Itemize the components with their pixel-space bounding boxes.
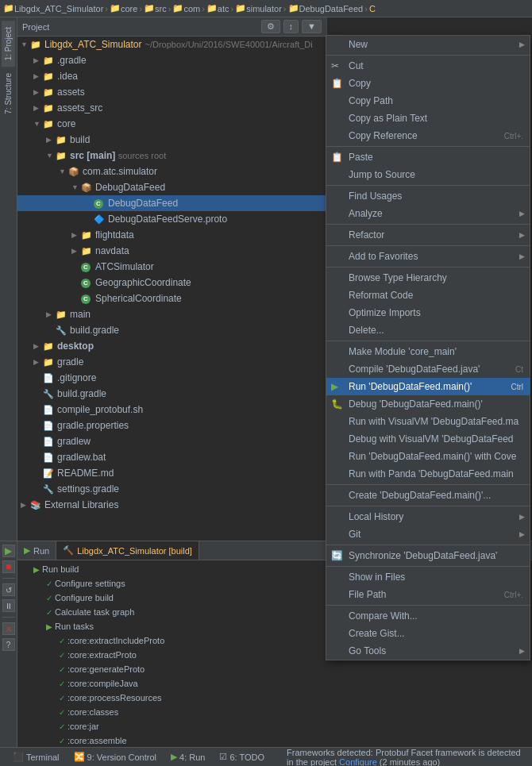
tree-main-dir[interactable]: ▶ 📁 main	[17, 306, 326, 322]
ctx-file-path[interactable]: File Path Ctrl+.	[326, 586, 530, 603]
breadcrumb-debugdatafeed[interactable]: DebugDataFeed	[299, 4, 364, 13]
tree-debugdatafeed-package[interactable]: ▼ 📦 DebugDataFeed	[17, 179, 326, 195]
tree-src-main-dir[interactable]: ▼ 📁 src [main] sources root	[17, 148, 326, 164]
tree-gradle-folder[interactable]: ▶ 📁 gradle	[17, 354, 326, 370]
tree-debugdatafeedserve-proto[interactable]: 🔷 DebugDataFeedServe.proto	[17, 211, 326, 227]
ctx-new[interactable]: New	[326, 36, 530, 53]
tree-debugdatafeed-java[interactable]: C DebugDataFeed	[17, 195, 326, 211]
tree-gradlew-file[interactable]: 📄 gradlew	[17, 433, 326, 449]
tree-core-dir[interactable]: ▼ 📁 core	[17, 116, 326, 132]
tree-root[interactable]: ▼ 📁 Libgdx_ATC_Simulator ~/Dropbox/Uni/2…	[17, 37, 326, 52]
tree-assets-dir[interactable]: ▶ 📁 assets	[17, 84, 326, 100]
panel-more-btn[interactable]: ▼	[302, 20, 322, 33]
tree-gitignore-file[interactable]: 📄 .gitignore	[17, 370, 326, 386]
ctx-paste[interactable]: 📋 Paste	[326, 148, 530, 166]
ctx-compile[interactable]: Compile 'DebugDataFeed.java' Ct	[326, 360, 530, 378]
tree-gradle-properties[interactable]: 📄 gradle.properties	[17, 418, 326, 433]
ctx-add-favorites-label: Add to Favorites	[349, 251, 418, 262]
ctx-delete[interactable]: Delete...	[326, 321, 530, 339]
tree-idea-dir[interactable]: ▶ 📁 .idea	[17, 68, 326, 84]
pause-btn[interactable]: ⏸	[2, 599, 15, 612]
tree-compile-protobuf-sh[interactable]: 📄 compile_protobuf.sh	[17, 402, 326, 418]
tree-readme-md[interactable]: 📝 README.md	[17, 465, 326, 481]
run-btn[interactable]: ▶	[2, 545, 15, 557]
ctx-go-tools[interactable]: Go Tools	[326, 642, 530, 660]
rerun-btn[interactable]: ↺	[2, 583, 15, 596]
help-btn[interactable]: ?	[2, 638, 15, 651]
ctx-show-files[interactable]: Show in Files	[326, 568, 530, 586]
ctx-copy[interactable]: 📋 Copy	[326, 75, 530, 92]
ctx-copy-ref[interactable]: Copy Reference Ctrl+.	[326, 127, 530, 144]
ctx-reformat[interactable]: Reformat Code	[326, 287, 530, 304]
ctx-refactor[interactable]: Refactor	[326, 226, 530, 244]
ctx-jump-source[interactable]: Jump to Source	[326, 166, 530, 183]
ctx-local-history[interactable]: Local History	[326, 508, 530, 525]
tab-build[interactable]: 🔨 Libgdx_ATC_Simulator [build]	[56, 541, 199, 560]
tree-sphericalcoordinate-java[interactable]: C SphericalCoordinate	[17, 291, 326, 306]
ctx-run[interactable]: ▶ Run 'DebugDataFeed.main()' Ctrl	[326, 378, 530, 395]
ctx-debug[interactable]: 🐛 Debug 'DebugDataFeed.main()'	[326, 395, 530, 413]
tree-flightdata-dir[interactable]: ▶ 📁 flightdata	[17, 227, 326, 243]
breadcrumb-atc[interactable]: atc	[218, 4, 229, 13]
ctx-make-module[interactable]: Make Module 'core_main'	[326, 343, 530, 360]
breadcrumb-src[interactable]: src	[155, 4, 167, 13]
stop-btn[interactable]: ■	[2, 560, 15, 573]
breadcrumb: 📁 Libgdx_ATC_Simulator › 📁 core › 📁 src …	[0, 0, 532, 17]
tree-root-build-gradle[interactable]: 🔧 build.gradle	[17, 386, 326, 402]
tab-run[interactable]: ▶ Run	[17, 541, 56, 560]
tree-geographiccoordinate-java[interactable]: C GeographicCoordinate	[17, 275, 326, 291]
ctx-git[interactable]: Git	[326, 525, 530, 543]
breadcrumb-root[interactable]: Libgdx_ATC_Simulator	[14, 4, 103, 13]
ctx-run-visualvm[interactable]: Run with VisualVM 'DebugDataFeed.ma	[326, 413, 530, 430]
terminal-icon: ⬛	[13, 752, 24, 762]
tree-desktop-dir[interactable]: ▶ 📁 desktop	[17, 338, 326, 354]
tree-core-build-gradle[interactable]: 🔧 build.gradle	[17, 322, 326, 338]
tree-settings-gradle[interactable]: 🔧 settings.gradle	[17, 481, 326, 497]
tree-external-libraries[interactable]: ▶ 📚 External Libraries	[17, 497, 326, 513]
ctx-git-label: Git	[349, 529, 360, 540]
sidebar-tab-structure[interactable]: 7: Structure	[2, 67, 15, 121]
breadcrumb-folder-icon: 📁	[3, 3, 14, 13]
breadcrumb-folder-icon3: 📁	[144, 3, 155, 13]
ctx-synchronize[interactable]: 🔄 Synchronize 'DebugDataFeed.java'	[326, 547, 530, 564]
tree-navdata-dir[interactable]: ▶ 📁 navdata	[17, 243, 326, 259]
status-tab-terminal[interactable]: ⬛ Terminal	[6, 748, 66, 766]
ctx-browse-hierarchy[interactable]: Browse Type Hierarchy	[326, 269, 530, 287]
ctx-sep5	[326, 245, 530, 246]
scroll-btn[interactable]: ✕	[2, 622, 15, 635]
tree-core-build-dir[interactable]: ▶ 📁 build	[17, 132, 326, 148]
status-tab-run[interactable]: ▶ 4: Run	[164, 748, 211, 766]
panel-gear-btn[interactable]: ⚙	[261, 20, 280, 33]
ctx-run-coverage[interactable]: Run 'DebugDataFeed.main()' with Cove	[326, 448, 530, 465]
tree-assets-src-dir[interactable]: ▶ 📁 assets_src	[17, 100, 326, 116]
status-tab-vcs[interactable]: 🔀 9: Version Control	[67, 748, 163, 766]
ctx-run-panda[interactable]: Run with Panda 'DebugDataFeed.main	[326, 465, 530, 483]
sidebar-tab-project[interactable]: 1: Project	[2, 21, 15, 67]
ctx-cut[interactable]: ✂ Cut	[326, 57, 530, 75]
breadcrumb-com[interactable]: com	[183, 4, 200, 13]
tree-com-atc-simulator[interactable]: ▼ 📦 com.atc.simulator	[17, 164, 326, 179]
ctx-copy-plain[interactable]: Copy as Plain Text	[326, 110, 530, 127]
configure-link[interactable]: Configure	[339, 757, 377, 767]
status-run-label: 4: Run	[179, 753, 205, 762]
tree-atcsimulator-java[interactable]: C ATCSimulator	[17, 259, 326, 275]
breadcrumb-core[interactable]: core	[121, 4, 137, 13]
ctx-create-config[interactable]: Create 'DebugDataFeed.main()'...	[326, 487, 530, 504]
ctx-file-path-label: File Path	[349, 589, 386, 600]
ctx-create-gist[interactable]: Create Gist...	[326, 625, 530, 642]
ctx-add-favorites[interactable]: Add to Favorites	[326, 248, 530, 265]
tree-gradlew-bat-file[interactable]: 📄 gradlew.bat	[17, 449, 326, 465]
ctx-analyze[interactable]: Analyze	[326, 205, 530, 222]
ctx-find-usages[interactable]: Find Usages	[326, 187, 530, 205]
status-tab-todo[interactable]: ☑ 6: TODO	[213, 748, 271, 766]
ctx-optimize-imports[interactable]: Optimize Imports	[326, 304, 530, 321]
breadcrumb-class[interactable]: C	[369, 4, 376, 13]
ctx-browse-hierarchy-label: Browse Type Hierarchy	[349, 272, 447, 283]
ctx-find-usages-label: Find Usages	[349, 191, 402, 202]
ctx-debug-visualvm[interactable]: Debug with VisualVM 'DebugDataFeed	[326, 430, 530, 448]
ctx-copy-path[interactable]: Copy Path	[326, 92, 530, 110]
ctx-compare-with[interactable]: Compare With...	[326, 607, 530, 625]
tree-gradle-dir[interactable]: ▶ 📁 .gradle	[17, 52, 326, 68]
panel-expand-btn[interactable]: ↕	[283, 20, 299, 33]
breadcrumb-simulator[interactable]: simulator	[246, 4, 282, 13]
